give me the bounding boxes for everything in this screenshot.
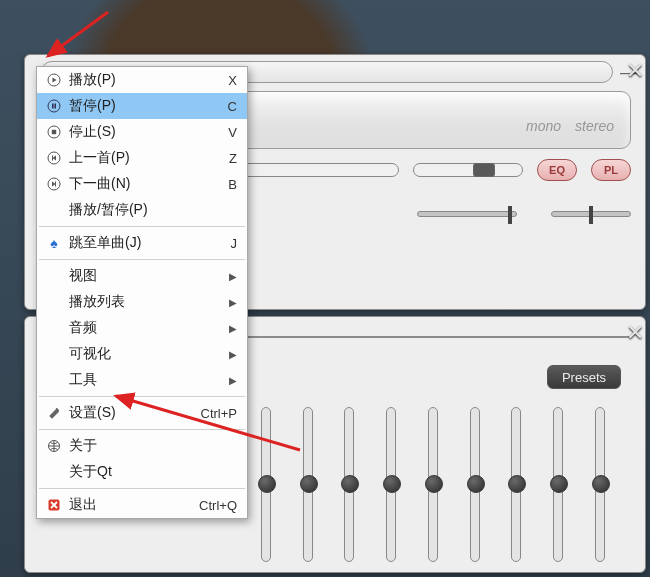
eq-band-slider[interactable]	[261, 407, 271, 562]
eq-band-slider[interactable]	[386, 407, 396, 562]
eq-button[interactable]: EQ	[537, 159, 577, 181]
jump-icon: ♠	[43, 235, 65, 251]
mono-indicator: mono	[526, 118, 561, 134]
menu-playlist[interactable]: 播放列表▶	[37, 289, 247, 315]
context-menu: 播放(P) X 暂停(P) C 停止(S) V 上一首(P) Z 下一曲(N) …	[36, 66, 248, 519]
menu-playpause[interactable]: 播放/暂停(P)	[37, 197, 247, 223]
svg-rect-5	[52, 130, 56, 134]
menu-view[interactable]: 视图▶	[37, 263, 247, 289]
presets-button[interactable]: Presets	[547, 365, 621, 389]
stereo-indicator: stereo	[575, 118, 614, 134]
close-icon[interactable]: ✕	[626, 58, 644, 84]
menu-settings[interactable]: 设置(S) Ctrl+P	[37, 400, 247, 426]
menu-stop[interactable]: 停止(S) V	[37, 119, 247, 145]
volume-slider[interactable]	[417, 211, 517, 217]
menu-prev[interactable]: 上一首(P) Z	[37, 145, 247, 171]
eq-band-slider[interactable]	[595, 407, 605, 562]
next-icon	[43, 177, 65, 191]
play-icon	[43, 73, 65, 87]
prev-icon	[43, 151, 65, 165]
menu-pause[interactable]: 暂停(P) C	[37, 93, 247, 119]
svg-rect-3	[54, 104, 56, 109]
balance-slider[interactable]	[551, 211, 631, 217]
pause-icon	[43, 99, 65, 113]
exit-icon	[43, 498, 65, 512]
menu-visual[interactable]: 可视化▶	[37, 341, 247, 367]
menu-play[interactable]: 播放(P) X	[37, 67, 247, 93]
eq-band-slider[interactable]	[303, 407, 313, 562]
eq-band-slider[interactable]	[428, 407, 438, 562]
seek-slider-secondary[interactable]	[413, 163, 523, 177]
menu-about[interactable]: 关于	[37, 433, 247, 459]
pl-button[interactable]: PL	[591, 159, 631, 181]
svg-point-1	[48, 100, 60, 112]
menu-jump[interactable]: ♠ 跳至单曲(J) J	[37, 230, 247, 256]
globe-icon	[43, 439, 65, 453]
menu-audio[interactable]: 音频▶	[37, 315, 247, 341]
eq-band-slider[interactable]	[470, 407, 480, 562]
svg-rect-2	[52, 104, 54, 109]
wrench-icon	[43, 406, 65, 420]
stop-icon	[43, 125, 65, 139]
eq-band-slider[interactable]	[553, 407, 563, 562]
eq-band-slider[interactable]	[344, 407, 354, 562]
menu-exit[interactable]: 退出 Ctrl+Q	[37, 492, 247, 518]
menu-next[interactable]: 下一曲(N) B	[37, 171, 247, 197]
menu-tools[interactable]: 工具▶	[37, 367, 247, 393]
eq-band-slider[interactable]	[511, 407, 521, 562]
close-icon[interactable]: ✕	[626, 320, 644, 346]
menu-aboutqt[interactable]: 关于Qt	[37, 459, 247, 485]
